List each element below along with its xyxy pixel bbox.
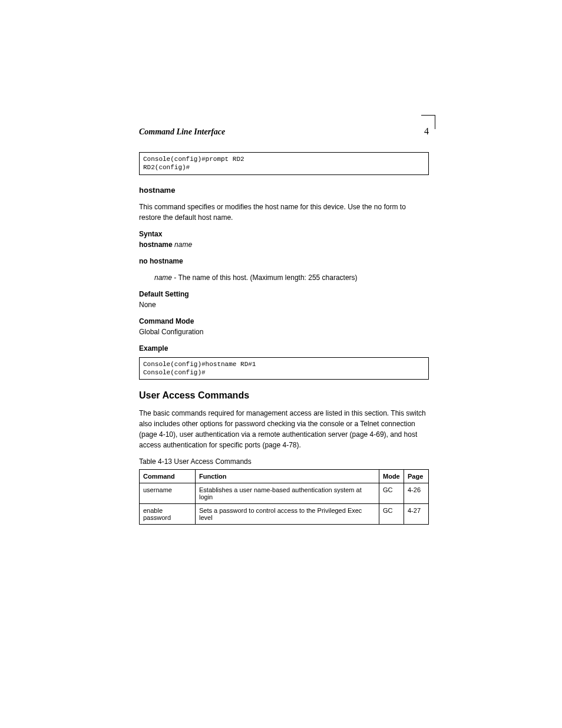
section-heading-user-access: User Access Commands [139, 390, 429, 401]
syntax-line-2: no hostname [139, 256, 429, 266]
page-header: Command Line Interface 4 [139, 126, 429, 137]
page-body: Command Line Interface 4 Console(config)… [139, 126, 429, 525]
cell-mode: GC [379, 504, 404, 525]
example-heading: Example [139, 344, 429, 353]
table-caption: Table 4-13 User Access Commands [139, 457, 429, 466]
col-header-page: Page [404, 470, 429, 483]
code-block-hostname-example: Console(config)#hostname RD#1 Console(co… [139, 357, 429, 380]
col-header-function: Function [196, 470, 379, 483]
table-row: enable password Sets a password to contr… [140, 504, 429, 525]
code-block-prompt-example: Console(config)#prompt RD2 RD2(config)# [139, 152, 429, 175]
syntax-line-1: hostname name [139, 239, 429, 250]
table-header-row: Command Function Mode Page [140, 470, 429, 483]
syntax-heading: Syntax [139, 230, 429, 238]
param-line: name - The name of this host. (Maximum l… [154, 272, 429, 283]
cell-page: 4-27 [404, 504, 429, 525]
cell-function: Sets a password to control access to the… [196, 504, 379, 525]
cell-command: enable password [140, 504, 196, 525]
user-access-intro: The basic commands required for manageme… [139, 408, 429, 450]
col-header-mode: Mode [379, 470, 404, 483]
default-text: None [139, 299, 429, 310]
col-header-command: Command [140, 470, 196, 483]
user-access-table: Command Function Mode Page username Esta… [139, 469, 429, 525]
command-heading-hostname: hostname [139, 186, 429, 195]
syntax-arg: name [174, 241, 192, 249]
syntax-no-cmd: no hostname [139, 257, 183, 265]
syntax-cmd: hostname [139, 241, 173, 249]
param-desc: - The name of this host. (Maximum length… [172, 274, 358, 282]
header-chapter-number: 4 [424, 126, 429, 137]
hostname-intro: This command specifies or modifies the h… [139, 202, 429, 223]
param-name: name [154, 274, 172, 282]
hostname-intro-text: This command specifies or modifies the h… [139, 203, 406, 222]
cell-command: username [140, 483, 196, 504]
default-heading: Default Setting [139, 290, 429, 298]
cell-function: Establishes a user name-based authentica… [196, 483, 379, 504]
cell-mode: GC [379, 483, 404, 504]
mode-heading: Command Mode [139, 317, 429, 325]
mode-text: Global Configuration [139, 327, 429, 337]
header-title: Command Line Interface [139, 127, 225, 137]
cell-page: 4-26 [404, 483, 429, 504]
table-row: username Establishes a user name-based a… [140, 483, 429, 504]
